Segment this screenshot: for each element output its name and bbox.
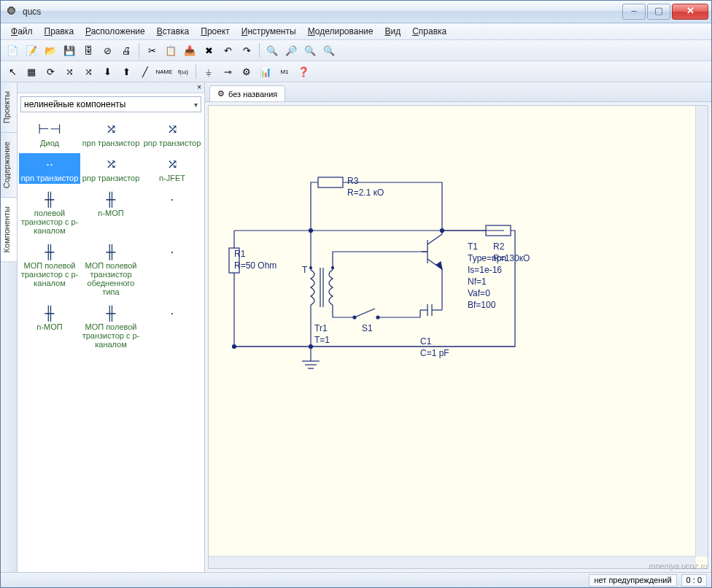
component-symbol-icon: · — [143, 190, 201, 209]
menu-file[interactable]: Файл — [5, 25, 39, 38]
label-r1-name[interactable]: R1 — [234, 249, 245, 259]
label-t1-type[interactable]: Type=npn — [468, 253, 506, 263]
menu-simulation[interactable]: Моделирование — [302, 25, 379, 38]
zoom-in-button[interactable]: 🔍 — [263, 42, 281, 59]
label-tr-sym: T — [302, 265, 307, 275]
ground-tool[interactable]: ⏚ — [200, 63, 217, 80]
component-item[interactable]: ⤮pnp транзистор — [142, 118, 203, 149]
close-doc-button[interactable]: ⊘ — [98, 42, 116, 59]
zoom-fit-button[interactable]: 🔍 — [301, 42, 319, 59]
delete-button[interactable]: ✖ — [200, 42, 217, 59]
svg-point-4 — [310, 267, 312, 269]
menu-edit[interactable]: Правка — [39, 25, 80, 38]
component-item[interactable]: ╫полевой транзистор с p-каналом — [19, 188, 80, 236]
label-r3-name[interactable]: R3 — [347, 176, 358, 186]
canvas-area: ⚙ без названия — [205, 82, 711, 572]
component-label: pnp транзистор — [143, 139, 201, 147]
component-label: МОП полевой транзистор с p-каналом — [20, 261, 79, 287]
rotate-tool[interactable]: ⟳ — [42, 63, 59, 80]
component-item[interactable]: · — [142, 302, 203, 350]
svg-rect-0 — [318, 177, 343, 187]
component-item[interactable]: ⤮n-JFET — [142, 153, 203, 184]
menu-tools[interactable]: Инструменты — [236, 25, 302, 38]
category-combo[interactable]: нелинейные компоненты — [20, 96, 201, 112]
view-data-button[interactable]: 📊 — [257, 63, 274, 80]
menu-help[interactable]: Справка — [406, 25, 452, 38]
doc-tab-untitled[interactable]: ⚙ без названия — [209, 85, 285, 101]
label-t1-is[interactable]: Is=1e-16 — [468, 265, 502, 275]
maximize-button[interactable]: ▢ — [647, 4, 670, 20]
mirror-y-tool[interactable]: ⤮ — [80, 63, 97, 80]
cut-button[interactable]: ✂ — [143, 42, 160, 59]
marker-tool[interactable]: M1 — [276, 63, 293, 80]
help-tool[interactable]: ❓ — [295, 63, 312, 80]
svg-point-22 — [441, 229, 444, 233]
undo-button[interactable]: ↶ — [219, 42, 236, 59]
component-symbol-icon: ╫ — [20, 190, 79, 209]
open-button[interactable]: 📂 — [42, 42, 59, 59]
minimize-button[interactable]: – — [622, 4, 646, 20]
port-tool[interactable]: ⊸ — [219, 63, 236, 80]
component-item[interactable]: ⤮pnp транзистор — [80, 153, 142, 184]
redo-button[interactable]: ↷ — [238, 42, 255, 59]
zoom-11-button[interactable]: 🔍 — [320, 42, 338, 59]
label-tr1-value[interactable]: T=1 — [314, 335, 330, 345]
mirror-x-tool[interactable]: ⤭ — [61, 63, 78, 80]
component-item[interactable]: ╫n-МОП — [80, 188, 142, 236]
new-button[interactable]: 📄 — [4, 42, 21, 59]
menu-project[interactable]: Проект — [195, 25, 236, 38]
titlebar[interactable]: qucs – ▢ ✕ — [1, 1, 711, 23]
save-all-button[interactable]: 🗄 — [80, 42, 97, 59]
select-tool[interactable]: ↖ — [4, 63, 21, 80]
simulate-button[interactable]: ⚙ — [238, 63, 255, 80]
component-item[interactable]: ╫n-МОП — [19, 302, 80, 350]
label-t1-bf[interactable]: Bf=100 — [468, 300, 495, 310]
label-c1-name[interactable]: C1 — [420, 336, 431, 347]
copy-button[interactable]: 📋 — [162, 42, 179, 59]
label-t1-vaf[interactable]: Vaf=0 — [468, 288, 490, 298]
component-item[interactable]: ⊢⊣Диод — [19, 118, 80, 149]
label-tr1-name[interactable]: Tr1 — [314, 323, 328, 333]
move-up-tool[interactable]: ⬆ — [117, 63, 135, 80]
panel-close[interactable]: × — [18, 82, 204, 93]
component-item[interactable]: ╫МОП полевой транзистор обедненного типа — [80, 241, 142, 298]
tab-contents[interactable]: Содержание — [1, 133, 17, 198]
label-r2-name[interactable]: R2 — [493, 241, 504, 252]
close-button[interactable]: ✕ — [672, 4, 708, 20]
component-symbol-icon: ╫ — [82, 303, 140, 322]
grid-tool[interactable]: ▦ — [23, 63, 40, 80]
label-c1-value[interactable]: C=1 pF — [420, 348, 449, 358]
status-warnings: нет предупреждений — [589, 574, 676, 587]
label-t1-name[interactable]: T1 — [468, 241, 478, 252]
label-t1-nf[interactable]: Nf=1 — [468, 276, 487, 287]
wire-tool[interactable]: ╱ — [136, 63, 154, 80]
label-r3-value[interactable]: R=2.1 кО — [347, 187, 384, 198]
svg-point-23 — [233, 345, 236, 349]
tab-components[interactable]: Компоненты — [1, 198, 17, 262]
label-s1-name[interactable]: S1 — [362, 323, 373, 333]
new-text-button[interactable]: 📝 — [23, 42, 40, 59]
save-button[interactable]: 💾 — [61, 42, 78, 59]
menu-insert[interactable]: Вставка — [151, 25, 196, 38]
zoom-out-button[interactable]: 🔎 — [282, 42, 300, 59]
component-symbol-icon: ⤮ — [143, 155, 201, 174]
vertical-scrollbar[interactable] — [695, 106, 708, 557]
component-item[interactable]: ╫МОП полевой транзистор с p-каналом — [80, 302, 142, 350]
svg-point-24 — [309, 345, 313, 349]
component-item[interactable]: ╫МОП полевой транзистор с p-каналом — [19, 241, 80, 298]
component-item[interactable]: ⤮npn транзистор — [80, 118, 142, 149]
equation-tool[interactable]: f(ω) — [174, 63, 192, 80]
label-tool[interactable]: NAME — [155, 63, 173, 80]
menu-layout[interactable]: Расположение — [80, 25, 151, 38]
component-item[interactable]: ··npn транзистор — [19, 153, 80, 184]
paste-button[interactable]: 📥 — [181, 42, 198, 59]
tab-projects[interactable]: Проекты — [1, 82, 17, 133]
menu-view[interactable]: Вид — [379, 25, 406, 38]
schematic-canvas[interactable]: R3 R=2.1 кО R1 R=50 Ohm R2 R=130кО T1 Ty… — [208, 105, 708, 569]
component-item[interactable]: · — [142, 241, 203, 298]
component-item[interactable]: · — [142, 188, 203, 236]
label-r1-value[interactable]: R=50 Ohm — [234, 260, 276, 271]
move-down-tool[interactable]: ⬇ — [98, 63, 116, 80]
print-button[interactable]: 🖨 — [117, 42, 135, 59]
horizontal-scrollbar[interactable] — [209, 556, 696, 568]
